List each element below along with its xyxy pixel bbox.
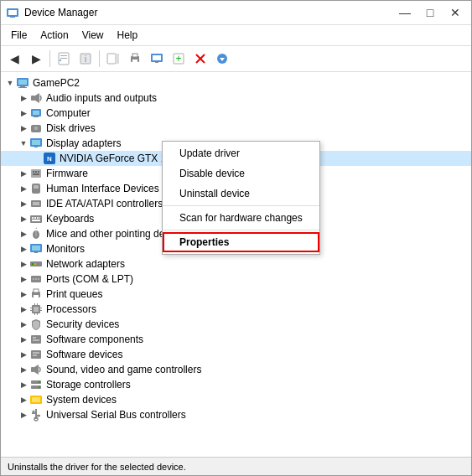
usb-label: Universal Serial Bus controllers [46,409,186,421]
tree-item-root[interactable]: ▼ GamePC2 [1,75,471,91]
expand-icon-ide: ▶ [18,198,29,210]
svg-marker-86 [34,365,39,375]
menu-bar: File Action View Help [1,25,471,46]
disk-icon [29,122,43,135]
tree-item-sw-devices[interactable]: ▶ Software devices [1,347,471,362]
keyboard-icon [29,212,43,225]
expand-icon-disk: ▶ [18,122,29,134]
audio-label: Audio inputs and outputs [46,92,157,104]
expand-icon-ports: ▶ [18,273,29,285]
forward-button[interactable]: ▶ [26,49,46,69]
tree-item-sound[interactable]: ▶ Sound, video and game controllers [1,362,471,377]
menu-file[interactable]: File [4,27,34,44]
svg-point-90 [39,386,40,388]
display-label: Display adapters [46,137,121,149]
ctx-separator-2 [163,230,319,230]
ctx-disable-device[interactable]: Disable device [163,163,319,184]
security-icon [29,318,43,331]
remove-button[interactable] [190,49,210,69]
tree-item-system[interactable]: ▶ System devices [1,392,471,407]
svg-rect-68 [34,295,39,298]
svg-rect-9 [107,54,116,64]
tree-item-computer[interactable]: ▶ Computer [1,106,471,121]
back-button[interactable]: ◀ [4,49,24,69]
tree-item-network[interactable]: ▶ Network adapters [1,256,471,272]
svg-point-89 [39,381,40,383]
mice-icon [29,227,43,241]
svg-text:+: + [175,53,181,65]
print-label: Print queues [46,288,102,300]
scan-button[interactable] [103,49,123,69]
expand-icon-audio: ▶ [18,92,29,104]
svg-rect-70 [34,307,39,312]
tree-item-ports[interactable]: ▶ Ports (COM & LPT) [1,272,471,287]
svg-rect-39 [33,171,34,173]
storage-label: Storage controllers [46,379,131,391]
svg-point-97 [38,415,40,417]
network-icon [29,257,43,271]
tree-item-audio[interactable]: ▶ Audio inputs and outputs [1,91,471,106]
computer-label: Computer [46,107,91,119]
audio-icon [29,91,43,105]
sw-devices-label: Software devices [46,349,122,360]
tree-item-sw-components[interactable]: ▶ Software components [1,332,471,347]
svg-rect-42 [33,173,39,175]
menu-action[interactable]: Action [34,27,75,44]
print-button[interactable] [125,49,145,69]
svg-rect-67 [34,289,39,292]
system-icon [29,393,43,406]
add-button[interactable]: + [169,49,189,69]
svg-rect-13 [132,60,137,63]
computer-icon [16,76,29,90]
svg-rect-74 [40,310,42,311]
title-bar-left: Device Manager [6,6,97,19]
context-menu: Update driver Disable device Uninstall d… [162,141,320,255]
svg-rect-30 [33,111,39,115]
svg-rect-5 [60,58,67,59]
svg-rect-85 [31,367,34,372]
tree-item-storage[interactable]: ▶ Storage controllers [1,377,471,392]
ctx-properties[interactable]: Properties [163,232,319,252]
ports-label: Ports (COM & LPT) [46,273,133,285]
svg-rect-72 [30,310,32,311]
ctx-uninstall-device[interactable]: Uninstall device [163,184,319,204]
ctx-scan-hardware[interactable]: Scan for hardware changes [163,208,319,228]
display-icon [29,137,43,150]
toolbar-separator-2 [99,50,100,67]
tree-item-disk[interactable]: ▶ Disk drives [1,121,471,136]
maximize-button[interactable]: □ [419,4,441,21]
update-button[interactable]: i [75,49,96,69]
device-tree[interactable]: ▼ GamePC2 ▶ [1,72,471,457]
hid-icon [29,182,43,195]
ide-icon [29,197,43,210]
monitor-button[interactable] [147,49,167,69]
ide-label: IDE ATA/ATAPI controllers [46,198,163,210]
tree-item-processors[interactable]: ▶ Processors [1,302,471,317]
menu-help[interactable]: Help [111,27,145,44]
tree-item-print[interactable]: ▶ Print queues [1,287,471,302]
sw-devices-icon [29,348,43,361]
expand-icon-sw-components: ▶ [18,334,29,345]
down-button[interactable] [212,49,232,69]
menu-view[interactable]: View [75,27,111,44]
svg-rect-41 [38,171,39,173]
svg-rect-56 [32,246,40,251]
tree-item-usb[interactable]: ▶ Universal Serial Bus controllers [1,407,471,422]
expand-icon-computer: ▶ [18,107,29,119]
sw-components-label: Software components [46,334,143,345]
ctx-update-driver[interactable]: Update driver [163,143,319,163]
mice-label: Mice and other pointing dev [46,228,169,240]
storage-icon [29,378,43,391]
svg-rect-16 [155,62,158,63]
properties-button[interactable] [54,49,74,69]
tree-item-security[interactable]: ▶ Security devices [1,317,471,332]
expand-icon-gpu [31,153,43,164]
close-button[interactable]: ✕ [444,4,466,21]
toolbar: ◀ ▶ i [1,46,471,72]
svg-rect-24 [18,80,27,85]
ctx-separator-1 [163,205,319,206]
svg-rect-31 [34,116,39,117]
svg-rect-48 [32,217,34,219]
minimize-button[interactable]: — [394,4,416,21]
svg-rect-71 [30,308,32,308]
